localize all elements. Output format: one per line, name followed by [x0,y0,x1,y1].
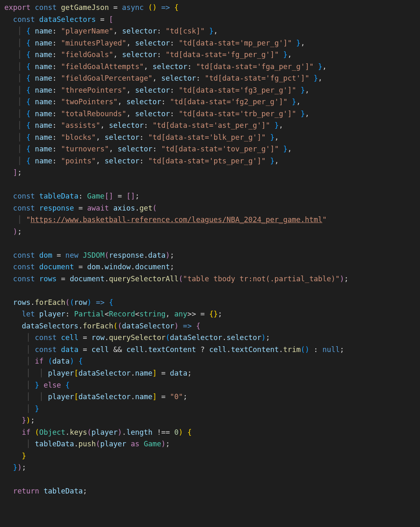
code-editor-content[interactable]: export const getGameJson = async () => {… [0,0,420,507]
